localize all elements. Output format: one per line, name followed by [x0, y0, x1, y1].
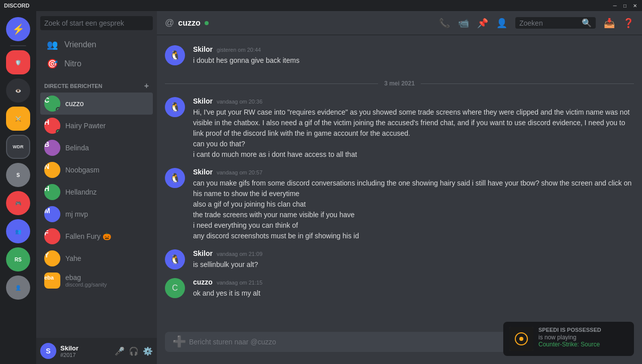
message-username-5: cuzzo	[193, 278, 213, 286]
message-group-1: 🐧 Skilor gisteren om 20:44 i doubt hes g…	[157, 43, 642, 68]
message-avatar-4: 🐧	[165, 249, 185, 269]
dm-item-fallen-fury[interactable]: F Fallen Fury 🎃	[40, 225, 153, 247]
settings-button[interactable]: ⚙️	[143, 346, 153, 356]
server-icon-3[interactable]: ⚔️	[6, 107, 30, 131]
message-content-4: is sellinbulk your alt?	[193, 259, 634, 270]
message-content-3: can you make gifs from some discord conv…	[193, 178, 634, 241]
maximize-button[interactable]: □	[622, 3, 628, 9]
message-group-4: 🐧 Skilor vandaag om 21:09 is sellinbulk …	[157, 247, 642, 272]
now-playing-notification: Speedi is possessed is now playing Count…	[503, 322, 634, 356]
date-divider: 3 mei 2021	[157, 76, 642, 91]
dm-name-mj-mvp: mj mvp	[65, 210, 88, 218]
minimize-button[interactable]: ─	[612, 3, 618, 9]
search-bar[interactable]	[36, 11, 157, 35]
now-playing-action: is now playing	[538, 334, 628, 341]
message-timestamp-3: vandaag om 20:57	[217, 169, 262, 175]
nav-label-friends: Vrienden	[64, 40, 96, 49]
title-bar: DISCORD ─ □ ✕	[0, 0, 642, 11]
message-content-1: i doubt hes gonna give back items	[193, 55, 634, 66]
dm-name-fallen-fury: Fallen Fury 🎃	[65, 232, 111, 240]
channel-sidebar: 👥 Vrienden 🎯 Nitro DIRECTE BERICHTEN + C…	[36, 11, 157, 364]
dm-item-hellandnz[interactable]: H Hellandnz	[40, 181, 153, 203]
dm-item-hairy-pawter[interactable]: H Hairy Pawter	[40, 115, 153, 137]
dm-avatar-mj-mvp: M	[44, 206, 60, 222]
recipient-status	[205, 21, 209, 25]
now-playing-thumbnail	[509, 327, 533, 351]
user-panel: S Skilor #2017 🎤 🎧 ⚙️	[36, 338, 157, 364]
dm-avatar-fallen-fury: F	[44, 228, 60, 244]
server-icon-7[interactable]: 👥	[6, 219, 30, 243]
server-icon-1[interactable]: 🛡️	[6, 50, 30, 74]
friends-icon: 👥	[46, 39, 58, 50]
now-playing-info: Speedi is possessed is now playing Count…	[538, 327, 628, 348]
app-container: ⚡ 🛡️ 👁️ ⚔️ WDR S 🎮 👥 RS 👤 👥 Vrienden 🎯 N…	[0, 11, 642, 364]
user-info: Skilor #2017	[60, 344, 111, 358]
dm-item-noobgasm[interactable]: N Noobgasm	[40, 159, 153, 181]
dm-avatar-cuzzo: C	[44, 96, 60, 112]
nitro-icon: 🎯	[46, 58, 58, 69]
server-icon-4[interactable]: WDR	[6, 135, 30, 159]
message-avatar-5: C	[165, 278, 185, 298]
message-username-3: Skilor	[193, 168, 213, 176]
deafen-button[interactable]: 🎧	[129, 346, 139, 356]
dm-name-yahe: Yahe	[65, 254, 81, 262]
server-icon-6[interactable]: 🎮	[6, 191, 30, 215]
call-button[interactable]: 📞	[439, 18, 450, 29]
message-header-2: Skilor vandaag om 20:36	[193, 97, 634, 105]
chat-search-box[interactable]: 🔍	[515, 17, 596, 29]
message-header-4: Skilor vandaag om 21:09	[193, 249, 634, 257]
dm-item-yahe[interactable]: Y Yahe	[40, 247, 153, 269]
server-icon-8[interactable]: RS	[6, 247, 30, 271]
inbox-button[interactable]: 📥	[604, 18, 615, 29]
message-timestamp-4: vandaag om 21:09	[217, 251, 262, 257]
search-input[interactable]	[40, 16, 153, 30]
message-avatar-1: 🐧	[165, 45, 185, 65]
message-timestamp-2: vandaag om 20:36	[217, 99, 262, 105]
message-group-3: 🐧 Skilor vandaag om 20:57 can you make g…	[157, 166, 642, 243]
server-icon-5[interactable]: S	[6, 163, 30, 187]
pin-button[interactable]: 📌	[477, 18, 488, 29]
message-header-3: Skilor vandaag om 20:57	[193, 168, 634, 176]
dm-item-cuzzo[interactable]: C cuzzo	[40, 93, 153, 115]
nav-item-friends[interactable]: 👥 Vrienden	[40, 35, 153, 54]
dm-item-ebag[interactable]: eba ebag discord.gg/sanity	[40, 269, 153, 292]
chat-search-input[interactable]	[519, 19, 580, 27]
nav-item-nitro[interactable]: 🎯 Nitro	[40, 54, 153, 73]
message-group-2: 🐧 Skilor vandaag om 20:36 Hi, I've put y…	[157, 95, 642, 162]
message-header-1: Skilor gisteren om 20:44	[193, 45, 634, 53]
dm-name-hellandnz: Hellandnz	[65, 188, 97, 196]
server-separator	[10, 45, 26, 46]
server-icon-9[interactable]: 👤	[6, 276, 30, 300]
discord-home-button[interactable]: ⚡	[6, 17, 30, 41]
add-friend-button[interactable]: 👤	[496, 18, 507, 29]
close-button[interactable]: ✕	[632, 3, 638, 9]
dm-name-belinda: Belinda	[65, 144, 89, 152]
dm-item-belinda[interactable]: B Belinda	[40, 137, 153, 159]
now-playing-thumb-art	[509, 327, 533, 351]
add-dm-button[interactable]: +	[144, 81, 149, 90]
message-username-2: Skilor	[193, 97, 213, 105]
dm-name-cuzzo: cuzzo	[65, 100, 84, 108]
user-actions: 🎤 🎧 ⚙️	[115, 346, 153, 356]
server-icon-2[interactable]: 👁️	[6, 78, 30, 103]
now-playing-user: Speedi is possessed	[538, 327, 628, 333]
dm-avatar-noobgasm: N	[44, 162, 60, 178]
dm-item-mj-mvp[interactable]: M mj mvp	[40, 203, 153, 225]
message-timestamp-1: gisteren om 20:44	[217, 47, 261, 53]
chat-header-actions: 📞 📹 📌 👤 🔍 📥 ❓	[439, 17, 634, 29]
messages-area: 🐧 Skilor gisteren om 20:44 i doubt hes g…	[157, 35, 642, 332]
chat-area: @ cuzzo 📞 📹 📌 👤 🔍 📥 ❓ 🐧	[157, 11, 642, 364]
svg-point-2	[519, 337, 523, 341]
app-title: DISCORD	[4, 3, 30, 9]
dm-avatar-belinda: B	[44, 140, 60, 156]
dm-avatar-ebag: eba	[44, 272, 60, 289]
message-header-5: cuzzo vandaag om 21:15	[193, 278, 634, 286]
video-button[interactable]: 📹	[458, 18, 469, 29]
user-name: Skilor	[60, 344, 111, 352]
help-button[interactable]: ❓	[623, 18, 634, 29]
message-username-1: Skilor	[193, 45, 213, 53]
dm-avatar-hairy-pawter: H	[44, 118, 60, 134]
mute-button[interactable]: 🎤	[115, 346, 125, 356]
attach-button[interactable]: ➕	[173, 336, 185, 348]
dm-list: C cuzzo H Hairy Pawter B Belinda	[36, 93, 157, 292]
